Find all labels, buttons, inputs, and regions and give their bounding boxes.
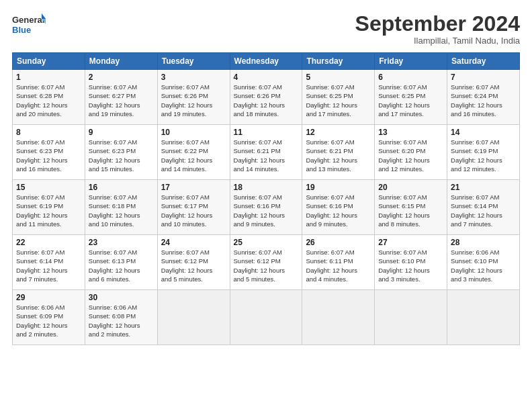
day-detail: Sunrise: 6:07 AMSunset: 6:27 PMDaylight:… <box>89 83 140 118</box>
header-wednesday: Wednesday <box>230 53 302 70</box>
location: Ilampillai, Tamil Nadu, India <box>355 36 520 46</box>
day-detail: Sunrise: 6:07 AMSunset: 6:11 PMDaylight:… <box>306 248 357 283</box>
calendar-week-row: 29 Sunrise: 6:06 AMSunset: 6:09 PMDaylig… <box>13 290 520 345</box>
calendar-cell <box>157 290 230 345</box>
day-detail: Sunrise: 6:07 AMSunset: 6:16 PMDaylight:… <box>234 193 285 228</box>
day-number: 1 <box>16 73 81 82</box>
day-number: 27 <box>378 238 443 247</box>
day-number: 2 <box>89 73 154 82</box>
day-number: 18 <box>234 183 299 192</box>
day-number: 4 <box>234 73 299 82</box>
day-number: 7 <box>451 73 516 82</box>
day-detail: Sunrise: 6:07 AMSunset: 6:12 PMDaylight:… <box>161 248 213 283</box>
day-number: 5 <box>306 73 371 82</box>
calendar-cell: 12 Sunrise: 6:07 AMSunset: 6:21 PMDaylig… <box>302 125 375 180</box>
day-number: 19 <box>306 183 371 192</box>
svg-text:Blue: Blue <box>12 25 31 35</box>
day-number: 6 <box>378 73 443 82</box>
calendar-cell: 8 Sunrise: 6:07 AMSunset: 6:23 PMDayligh… <box>13 125 85 180</box>
calendar-cell: 28 Sunrise: 6:06 AMSunset: 6:10 PMDaylig… <box>447 235 520 290</box>
day-number: 11 <box>234 128 299 137</box>
calendar-cell: 21 Sunrise: 6:07 AMSunset: 6:14 PMDaylig… <box>447 180 520 235</box>
page-header: General Blue September 2024 Ilampillai, … <box>12 12 520 46</box>
day-detail: Sunrise: 6:07 AMSunset: 6:16 PMDaylight:… <box>306 193 357 228</box>
calendar-cell: 6 Sunrise: 6:07 AMSunset: 6:25 PMDayligh… <box>375 70 447 125</box>
day-number: 15 <box>16 183 81 192</box>
logo: General Blue <box>12 12 46 39</box>
day-detail: Sunrise: 6:06 AMSunset: 6:08 PMDaylight:… <box>89 304 140 338</box>
calendar-cell <box>230 290 302 345</box>
header-monday: Monday <box>85 53 157 70</box>
day-detail: Sunrise: 6:07 AMSunset: 6:20 PMDaylight:… <box>378 138 430 173</box>
calendar-cell: 25 Sunrise: 6:07 AMSunset: 6:12 PMDaylig… <box>230 235 302 290</box>
day-number: 21 <box>451 183 516 192</box>
calendar-cell: 10 Sunrise: 6:07 AMSunset: 6:22 PMDaylig… <box>157 125 230 180</box>
calendar-cell: 23 Sunrise: 6:07 AMSunset: 6:13 PMDaylig… <box>85 235 157 290</box>
calendar-cell: 17 Sunrise: 6:07 AMSunset: 6:17 PMDaylig… <box>157 180 230 235</box>
day-detail: Sunrise: 6:07 AMSunset: 6:21 PMDaylight:… <box>234 138 285 173</box>
calendar-week-row: 22 Sunrise: 6:07 AMSunset: 6:14 PMDaylig… <box>13 235 520 290</box>
calendar-cell: 24 Sunrise: 6:07 AMSunset: 6:12 PMDaylig… <box>157 235 230 290</box>
header-thursday: Thursday <box>302 53 375 70</box>
calendar-cell: 27 Sunrise: 6:07 AMSunset: 6:10 PMDaylig… <box>375 235 447 290</box>
calendar-cell: 26 Sunrise: 6:07 AMSunset: 6:11 PMDaylig… <box>302 235 375 290</box>
day-detail: Sunrise: 6:07 AMSunset: 6:23 PMDaylight:… <box>89 138 140 173</box>
calendar-cell: 16 Sunrise: 6:07 AMSunset: 6:18 PMDaylig… <box>85 180 157 235</box>
day-number: 26 <box>306 238 371 247</box>
calendar-cell: 5 Sunrise: 6:07 AMSunset: 6:25 PMDayligh… <box>302 70 375 125</box>
day-detail: Sunrise: 6:07 AMSunset: 6:25 PMDaylight:… <box>306 83 357 118</box>
calendar-table: Sunday Monday Tuesday Wednesday Thursday… <box>12 52 520 345</box>
calendar-cell: 18 Sunrise: 6:07 AMSunset: 6:16 PMDaylig… <box>230 180 302 235</box>
day-detail: Sunrise: 6:06 AMSunset: 6:09 PMDaylight:… <box>16 304 68 338</box>
header-tuesday: Tuesday <box>157 53 230 70</box>
day-detail: Sunrise: 6:07 AMSunset: 6:22 PMDaylight:… <box>161 138 213 173</box>
day-number: 8 <box>16 128 81 137</box>
logo-svg: General Blue <box>12 12 46 39</box>
calendar-cell: 19 Sunrise: 6:07 AMSunset: 6:16 PMDaylig… <box>302 180 375 235</box>
day-detail: Sunrise: 6:07 AMSunset: 6:13 PMDaylight:… <box>89 248 140 283</box>
header-saturday: Saturday <box>447 53 520 70</box>
calendar-week-row: 8 Sunrise: 6:07 AMSunset: 6:23 PMDayligh… <box>13 125 520 180</box>
calendar-cell <box>375 290 447 345</box>
day-number: 20 <box>378 183 443 192</box>
calendar-cell: 7 Sunrise: 6:07 AMSunset: 6:24 PMDayligh… <box>447 70 520 125</box>
day-number: 13 <box>378 128 443 137</box>
day-number: 3 <box>161 73 226 82</box>
day-number: 25 <box>234 238 299 247</box>
day-number: 29 <box>16 293 81 302</box>
day-number: 22 <box>16 238 81 247</box>
calendar-week-row: 15 Sunrise: 6:07 AMSunset: 6:19 PMDaylig… <box>13 180 520 235</box>
day-number: 30 <box>89 293 154 302</box>
title-block: September 2024 Ilampillai, Tamil Nadu, I… <box>355 12 520 46</box>
day-number: 12 <box>306 128 371 137</box>
day-detail: Sunrise: 6:07 AMSunset: 6:24 PMDaylight:… <box>451 83 502 118</box>
calendar-header-row: Sunday Monday Tuesday Wednesday Thursday… <box>13 53 520 70</box>
day-detail: Sunrise: 6:07 AMSunset: 6:14 PMDaylight:… <box>16 248 68 283</box>
calendar-cell: 13 Sunrise: 6:07 AMSunset: 6:20 PMDaylig… <box>375 125 447 180</box>
svg-text:General: General <box>12 15 44 25</box>
day-detail: Sunrise: 6:07 AMSunset: 6:18 PMDaylight:… <box>89 193 140 228</box>
day-detail: Sunrise: 6:07 AMSunset: 6:14 PMDaylight:… <box>451 193 502 228</box>
day-number: 9 <box>89 128 154 137</box>
day-detail: Sunrise: 6:07 AMSunset: 6:23 PMDaylight:… <box>16 138 68 173</box>
day-number: 10 <box>161 128 226 137</box>
day-number: 17 <box>161 183 226 192</box>
calendar-cell: 1 Sunrise: 6:07 AMSunset: 6:28 PMDayligh… <box>13 70 85 125</box>
calendar-cell: 4 Sunrise: 6:07 AMSunset: 6:26 PMDayligh… <box>230 70 302 125</box>
calendar-cell: 9 Sunrise: 6:07 AMSunset: 6:23 PMDayligh… <box>85 125 157 180</box>
calendar-cell: 30 Sunrise: 6:06 AMSunset: 6:08 PMDaylig… <box>85 290 157 345</box>
day-detail: Sunrise: 6:07 AMSunset: 6:26 PMDaylight:… <box>234 83 285 118</box>
day-detail: Sunrise: 6:07 AMSunset: 6:15 PMDaylight:… <box>378 193 430 228</box>
calendar-cell: 11 Sunrise: 6:07 AMSunset: 6:21 PMDaylig… <box>230 125 302 180</box>
day-detail: Sunrise: 6:07 AMSunset: 6:12 PMDaylight:… <box>234 248 285 283</box>
day-detail: Sunrise: 6:06 AMSunset: 6:10 PMDaylight:… <box>451 248 502 283</box>
calendar-cell: 20 Sunrise: 6:07 AMSunset: 6:15 PMDaylig… <box>375 180 447 235</box>
day-detail: Sunrise: 6:07 AMSunset: 6:10 PMDaylight:… <box>378 248 430 283</box>
day-detail: Sunrise: 6:07 AMSunset: 6:17 PMDaylight:… <box>161 193 213 228</box>
calendar-cell: 2 Sunrise: 6:07 AMSunset: 6:27 PMDayligh… <box>85 70 157 125</box>
day-number: 16 <box>89 183 154 192</box>
calendar-cell: 14 Sunrise: 6:07 AMSunset: 6:19 PMDaylig… <box>447 125 520 180</box>
day-number: 23 <box>89 238 154 247</box>
day-detail: Sunrise: 6:07 AMSunset: 6:19 PMDaylight:… <box>451 138 502 173</box>
calendar-cell <box>302 290 375 345</box>
